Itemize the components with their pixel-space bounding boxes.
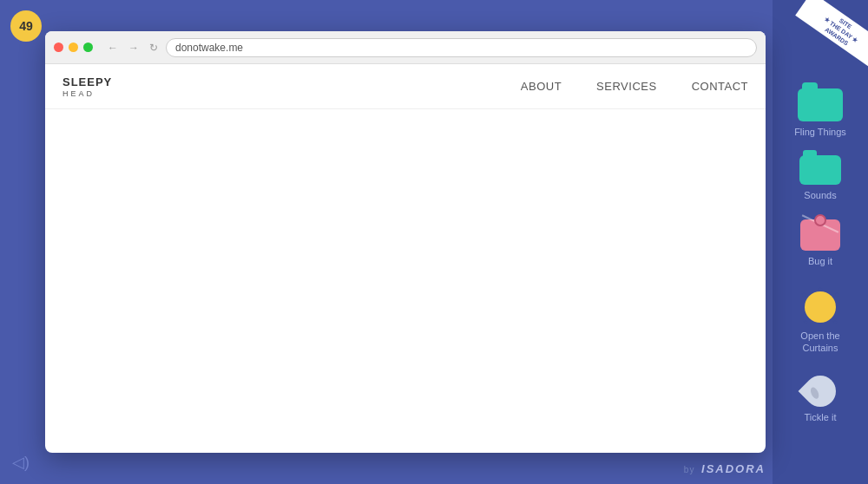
sidebar-item-bug-it[interactable]: Bug it xyxy=(773,209,868,274)
minimize-button[interactable] xyxy=(69,43,78,52)
number-badge: 49 xyxy=(10,10,42,42)
sidebar-item-tickle-it[interactable]: Tickle it xyxy=(773,361,868,430)
sounds-icon xyxy=(799,155,841,185)
url-text: donotwake.me xyxy=(175,42,243,54)
fling-things-icon xyxy=(798,88,843,121)
sidebar-item-sounds[interactable]: Sounds xyxy=(773,145,868,208)
bug-it-icon xyxy=(800,219,840,251)
nav-contact[interactable]: CONTACT xyxy=(692,80,748,93)
sidebar-label-fling-things: Fling Things xyxy=(794,126,846,138)
volume-symbol: ◁) xyxy=(12,454,30,471)
isadora-name: ISADORA xyxy=(701,462,766,475)
sidebar-item-open-curtains[interactable]: ★ ★ ★ ★ ★ Open theCurtains xyxy=(773,274,868,362)
back-button[interactable]: ← xyxy=(105,40,121,56)
tickle-it-icon xyxy=(800,371,840,411)
sidebar-item-fling-things[interactable]: Fling Things xyxy=(773,78,868,145)
volume-icon[interactable]: ◁) xyxy=(12,453,30,472)
open-curtains-icon: ★ ★ ★ ★ ★ xyxy=(798,285,843,330)
forward-button[interactable]: → xyxy=(126,40,141,56)
browser-chrome: ← → ↻ donotwake.me xyxy=(45,31,766,64)
nav-services[interactable]: SERVICES xyxy=(596,80,657,93)
isadora-credit: by ISADORA xyxy=(684,462,766,475)
isadora-prefix: by xyxy=(684,465,695,474)
sotd-banner: SITE★ THE DAY ★AWARDS xyxy=(773,0,868,78)
sidebar-label-open-curtains: Open theCurtains xyxy=(800,330,839,355)
traffic-lights xyxy=(54,43,93,52)
badge-number: 49 xyxy=(19,19,33,33)
site-nav-links: ABOUT SERVICES CONTACT xyxy=(521,80,748,93)
sidebar-label-tickle-it: Tickle it xyxy=(805,411,837,423)
sotd-label: SITE★ THE DAY ★AWARDS xyxy=(795,0,868,69)
sidebar-label-bug-it: Bug it xyxy=(808,255,832,267)
address-bar[interactable]: donotwake.me xyxy=(166,38,757,57)
close-button[interactable] xyxy=(54,43,63,52)
site-logo-sub-text: HEAD xyxy=(62,89,112,98)
sidebar-label-sounds: Sounds xyxy=(804,189,836,201)
refresh-button[interactable]: ↻ xyxy=(147,40,161,56)
browser-window: ← → ↻ donotwake.me SLEEPY HEAD ABOUT SER… xyxy=(45,31,766,453)
site-logo-text: SLEEPY xyxy=(62,75,112,88)
maximize-button[interactable] xyxy=(83,43,93,52)
site-logo: SLEEPY HEAD xyxy=(62,75,112,98)
sidebar: SITE★ THE DAY ★AWARDS Fling Things Sound… xyxy=(773,0,868,484)
site-nav: SLEEPY HEAD ABOUT SERVICES CONTACT xyxy=(45,64,766,109)
nav-about[interactable]: ABOUT xyxy=(521,80,562,93)
